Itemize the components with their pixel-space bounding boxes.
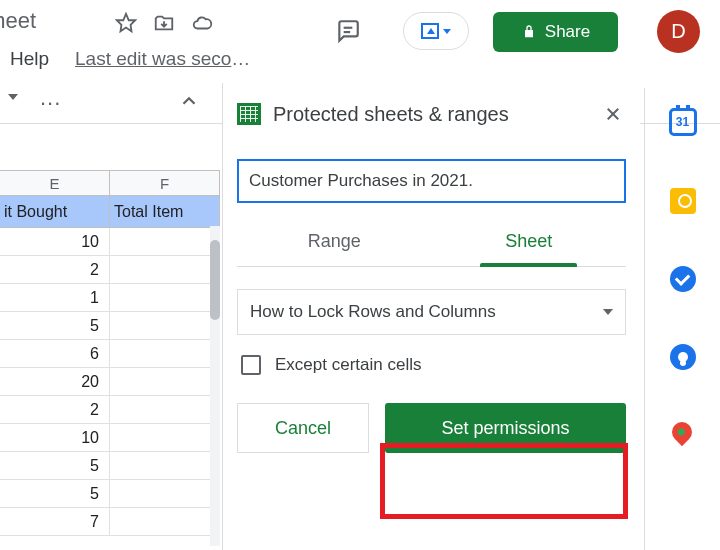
table-row[interactable]: 10 — [0, 424, 220, 452]
cell[interactable]: 6 — [0, 340, 110, 367]
cell[interactable] — [110, 284, 220, 311]
cell[interactable] — [110, 452, 220, 479]
table-row[interactable]: 7 — [0, 508, 220, 536]
close-icon[interactable] — [600, 101, 626, 127]
cell[interactable]: 2 — [0, 256, 110, 283]
cell[interactable]: 10 — [0, 228, 110, 255]
cell[interactable] — [110, 340, 220, 367]
column-header[interactable]: F — [110, 171, 220, 195]
table-row[interactable]: 1 — [0, 284, 220, 312]
contacts-icon[interactable] — [670, 344, 696, 370]
cell[interactable] — [110, 368, 220, 395]
share-label: Share — [545, 22, 590, 42]
menu-help[interactable]: Help — [10, 48, 49, 70]
description-input[interactable] — [237, 159, 626, 203]
cloud-status-icon[interactable] — [190, 12, 214, 34]
sheet-select-dropdown[interactable]: How to Lock Rows and Columns — [237, 289, 626, 335]
table-row[interactable]: 6 — [0, 340, 220, 368]
chevron-down-icon — [443, 29, 451, 34]
calendar-icon[interactable]: 31 — [669, 108, 697, 136]
table-row[interactable]: 5 — [0, 480, 220, 508]
cell[interactable]: 5 — [0, 312, 110, 339]
panel-title: Protected sheets & ranges — [273, 103, 588, 126]
except-cells-label: Except certain cells — [275, 355, 421, 375]
cell[interactable]: 7 — [0, 508, 110, 535]
cell[interactable]: 5 — [0, 452, 110, 479]
account-avatar[interactable]: D — [657, 10, 700, 53]
tab-sheet[interactable]: Sheet — [432, 221, 627, 266]
svg-marker-0 — [117, 14, 135, 31]
cell[interactable] — [110, 508, 220, 535]
table-row[interactable]: 5 — [0, 312, 220, 340]
cell[interactable]: 1 — [0, 284, 110, 311]
last-edit-link[interactable]: Last edit was second… — [75, 48, 260, 70]
chevron-down-icon — [603, 309, 613, 315]
cell[interactable] — [110, 480, 220, 507]
tasks-icon[interactable] — [670, 266, 696, 292]
present-icon — [421, 23, 439, 39]
collapse-icon[interactable] — [178, 90, 200, 112]
move-to-folder-icon[interactable] — [153, 12, 175, 34]
cancel-button[interactable]: Cancel — [237, 403, 369, 453]
tab-range[interactable]: Range — [237, 221, 432, 266]
cell[interactable] — [110, 256, 220, 283]
maps-icon[interactable] — [672, 422, 694, 450]
dropdown-selected-label: How to Lock Rows and Columns — [250, 302, 496, 322]
comments-icon[interactable] — [335, 18, 361, 44]
set-permissions-button[interactable]: Set permissions — [385, 403, 626, 453]
cell[interactable]: 20 — [0, 368, 110, 395]
cell[interactable]: 2 — [0, 396, 110, 423]
toolbar-dropdown-caret[interactable] — [8, 94, 18, 100]
except-cells-checkbox[interactable] — [241, 355, 261, 375]
spreadsheet-grid[interactable]: E F it Bought Total Item 10215620210557 — [0, 170, 220, 536]
lock-icon — [521, 24, 537, 40]
toolbar-more-icon[interactable]: ··· — [40, 90, 61, 116]
sheets-icon — [237, 103, 261, 125]
table-row[interactable]: 2 — [0, 256, 220, 284]
cell[interactable]: 10 — [0, 424, 110, 451]
table-row[interactable]: 5 — [0, 452, 220, 480]
cell[interactable] — [110, 312, 220, 339]
vertical-scrollbar-thumb[interactable] — [210, 240, 220, 320]
side-app-bar: 31 — [644, 88, 720, 550]
protected-ranges-panel: Protected sheets & ranges Range Sheet Ho… — [222, 83, 640, 550]
table-row[interactable]: 20 — [0, 368, 220, 396]
present-button[interactable] — [403, 12, 469, 50]
table-row[interactable]: 2 — [0, 396, 220, 424]
document-title-partial[interactable]: dsheet — [0, 8, 36, 34]
header-cell[interactable]: Total Item — [110, 196, 220, 227]
star-icon[interactable] — [115, 12, 137, 34]
cell[interactable] — [110, 424, 220, 451]
cell[interactable] — [110, 396, 220, 423]
header-cell[interactable]: it Bought — [0, 196, 110, 227]
cell[interactable]: 5 — [0, 480, 110, 507]
table-row[interactable]: 10 — [0, 228, 220, 256]
share-button[interactable]: Share — [493, 12, 618, 52]
keep-icon[interactable] — [670, 188, 696, 214]
cell[interactable] — [110, 228, 220, 255]
column-header[interactable]: E — [0, 171, 110, 195]
